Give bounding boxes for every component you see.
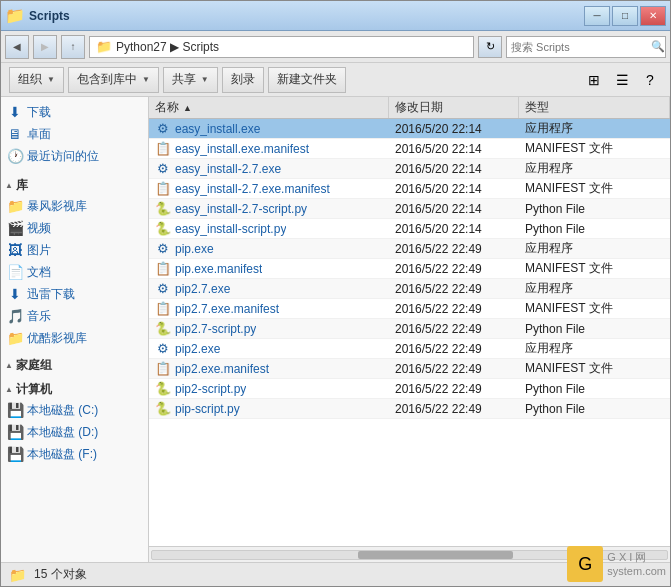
table-row[interactable]: 📋 pip2.7.exe.manifest 2016/5/22 22:49 MA… bbox=[149, 299, 670, 319]
help-button[interactable]: ? bbox=[638, 68, 662, 92]
file-icon: 📋 bbox=[155, 261, 171, 277]
file-name-cell: ⚙ easy_install.exe bbox=[149, 119, 389, 138]
sidebar-item-c[interactable]: 💾 本地磁盘 (C:) bbox=[1, 399, 148, 421]
file-name: pip.exe.manifest bbox=[175, 262, 262, 276]
table-row[interactable]: 🐍 pip2-script.py 2016/5/22 22:49 Python … bbox=[149, 379, 670, 399]
sidebar-item-video3[interactable]: 📁 优酷影视库 bbox=[1, 327, 148, 349]
close-button[interactable]: ✕ bbox=[640, 6, 666, 26]
new-folder-button[interactable]: 新建文件夹 bbox=[268, 67, 346, 93]
file-date-cell: 2016/5/22 22:49 bbox=[389, 259, 519, 278]
table-row[interactable]: 🐍 pip2.7-script.py 2016/5/22 22:49 Pytho… bbox=[149, 319, 670, 339]
file-name: pip2-script.py bbox=[175, 382, 246, 396]
file-icon: 🐍 bbox=[155, 401, 171, 417]
col-header-modified[interactable]: 修改日期 bbox=[389, 97, 519, 118]
homegroup-label: 家庭组 bbox=[16, 357, 52, 374]
sidebar-item-pictures[interactable]: 🖼 图片 bbox=[1, 239, 148, 261]
organize-button[interactable]: 组织 ▼ bbox=[9, 67, 64, 93]
file-name: easy_install.exe.manifest bbox=[175, 142, 309, 156]
sidebar-item-docs[interactable]: 📄 文档 bbox=[1, 261, 148, 283]
file-type-cell: Python File bbox=[519, 199, 670, 218]
toolbar-right: ⊞ ☰ ? bbox=[582, 68, 662, 92]
file-date-cell: 2016/5/22 22:49 bbox=[389, 299, 519, 318]
view-toggle-button[interactable]: ⊞ bbox=[582, 68, 606, 92]
homegroup-section[interactable]: ▲ 家庭组 bbox=[1, 355, 148, 375]
file-name-cell: 📋 pip.exe.manifest bbox=[149, 259, 389, 278]
burn-button[interactable]: 刻录 bbox=[222, 67, 264, 93]
file-type-cell: Python File bbox=[519, 379, 670, 398]
up-button[interactable]: ↑ bbox=[61, 35, 85, 59]
search-input[interactable] bbox=[511, 41, 649, 53]
burn-label: 刻录 bbox=[231, 71, 255, 88]
file-icon: ⚙ bbox=[155, 341, 171, 357]
sidebar-item-desktop-label: 卓面 bbox=[27, 126, 51, 143]
refresh-button[interactable]: ↻ bbox=[478, 36, 502, 58]
h-scroll-thumb[interactable] bbox=[358, 551, 513, 559]
homegroup-expand-icon: ▲ bbox=[5, 361, 13, 370]
share-button[interactable]: 共享 ▼ bbox=[163, 67, 218, 93]
sidebar-item-video2[interactable]: 📁 暴风影视库 bbox=[1, 195, 148, 217]
file-name: easy_install-2.7-script.py bbox=[175, 202, 307, 216]
back-button[interactable]: ◀ bbox=[5, 35, 29, 59]
col-header-type[interactable]: 类型 bbox=[519, 97, 670, 118]
file-name-cell: 🐍 pip2-script.py bbox=[149, 379, 389, 398]
table-row[interactable]: ⚙ pip2.7.exe 2016/5/22 22:49 应用程序 bbox=[149, 279, 670, 299]
download-icon: ⬇ bbox=[7, 104, 23, 120]
sidebar-item-desktop[interactable]: 🖥 卓面 bbox=[1, 123, 148, 145]
col-name-label: 名称 bbox=[155, 99, 179, 116]
sidebar-item-music[interactable]: 🎵 音乐 bbox=[1, 305, 148, 327]
table-row[interactable]: 📋 pip2.exe.manifest 2016/5/22 22:49 MANI… bbox=[149, 359, 670, 379]
sidebar-item-download[interactable]: ⬇ 下载 bbox=[1, 101, 148, 123]
file-type-cell: 应用程序 bbox=[519, 339, 670, 358]
table-row[interactable]: 📋 pip.exe.manifest 2016/5/22 22:49 MANIF… bbox=[149, 259, 670, 279]
file-date-cell: 2016/5/20 22:14 bbox=[389, 119, 519, 138]
maximize-button[interactable]: □ bbox=[612, 6, 638, 26]
sidebar-item-recent[interactable]: 🕐 最近访问的位 bbox=[1, 145, 148, 167]
file-type-cell: MANIFEST 文件 bbox=[519, 139, 670, 158]
forward-button[interactable]: ▶ bbox=[33, 35, 57, 59]
sidebar-item-video[interactable]: 🎬 视频 bbox=[1, 217, 148, 239]
table-row[interactable]: 📋 easy_install-2.7.exe.manifest 2016/5/2… bbox=[149, 179, 670, 199]
file-date-cell: 2016/5/22 22:49 bbox=[389, 279, 519, 298]
include-library-label: 包含到库中 bbox=[77, 71, 137, 88]
h-scroll-track[interactable] bbox=[151, 550, 668, 560]
file-name-cell: 🐍 pip-script.py bbox=[149, 399, 389, 418]
table-row[interactable]: 📋 easy_install.exe.manifest 2016/5/20 22… bbox=[149, 139, 670, 159]
file-type-cell: Python File bbox=[519, 319, 670, 338]
table-row[interactable]: ⚙ pip2.exe 2016/5/22 22:49 应用程序 bbox=[149, 339, 670, 359]
h-scrollbar[interactable] bbox=[149, 546, 670, 562]
sidebar-item-f[interactable]: 💾 本地磁盘 (F:) bbox=[1, 443, 148, 465]
view-list-button[interactable]: ☰ bbox=[610, 68, 634, 92]
library-expand-icon: ▲ bbox=[5, 181, 13, 190]
file-name: easy_install-2.7.exe.manifest bbox=[175, 182, 330, 196]
file-date-cell: 2016/5/20 22:14 bbox=[389, 139, 519, 158]
library-section[interactable]: ▲ 库 bbox=[1, 175, 148, 195]
search-box[interactable]: 🔍 bbox=[506, 36, 666, 58]
minimize-button[interactable]: ─ bbox=[584, 6, 610, 26]
file-date-cell: 2016/5/20 22:14 bbox=[389, 199, 519, 218]
sidebar-item-docs-label: 文档 bbox=[27, 264, 51, 281]
computer-section[interactable]: ▲ 计算机 bbox=[1, 379, 148, 399]
table-row[interactable]: ⚙ pip.exe 2016/5/22 22:49 应用程序 bbox=[149, 239, 670, 259]
col-header-name[interactable]: 名称 ▲ bbox=[149, 97, 389, 118]
table-row[interactable]: 🐍 pip-script.py 2016/5/22 22:49 Python F… bbox=[149, 399, 670, 419]
pictures-icon: 🖼 bbox=[7, 242, 23, 258]
table-row[interactable]: ⚙ easy_install.exe 2016/5/20 22:14 应用程序 bbox=[149, 119, 670, 139]
table-row[interactable]: 🐍 easy_install-2.7-script.py 2016/5/20 2… bbox=[149, 199, 670, 219]
include-library-button[interactable]: 包含到库中 ▼ bbox=[68, 67, 159, 93]
recent-icon: 🕐 bbox=[7, 148, 23, 164]
sidebar-item-d[interactable]: 💾 本地磁盘 (D:) bbox=[1, 421, 148, 443]
file-type-cell: 应用程序 bbox=[519, 279, 670, 298]
table-row[interactable]: 🐍 easy_install-script.py 2016/5/20 22:14… bbox=[149, 219, 670, 239]
file-name-cell: ⚙ pip.exe bbox=[149, 239, 389, 258]
table-row[interactable]: ⚙ easy_install-2.7.exe 2016/5/20 22:14 应… bbox=[149, 159, 670, 179]
file-type-cell: 应用程序 bbox=[519, 119, 670, 138]
main-area: ⬇ 下载 🖥 卓面 🕐 最近访问的位 ▲ 库 📁 暴 bbox=[1, 97, 670, 562]
file-name-cell: ⚙ easy_install-2.7.exe bbox=[149, 159, 389, 178]
title-bar: 📁 Scripts ─ □ ✕ bbox=[1, 1, 670, 31]
sidebar-item-video-label: 视频 bbox=[27, 220, 51, 237]
file-icon: 🐍 bbox=[155, 221, 171, 237]
title-bar-left: 📁 Scripts bbox=[5, 6, 70, 25]
drive-d-icon: 💾 bbox=[7, 424, 23, 440]
address-path[interactable]: 📁 Python27 ▶ Scripts bbox=[89, 36, 474, 58]
sidebar-item-download2[interactable]: ⬇ 迅雷下载 bbox=[1, 283, 148, 305]
